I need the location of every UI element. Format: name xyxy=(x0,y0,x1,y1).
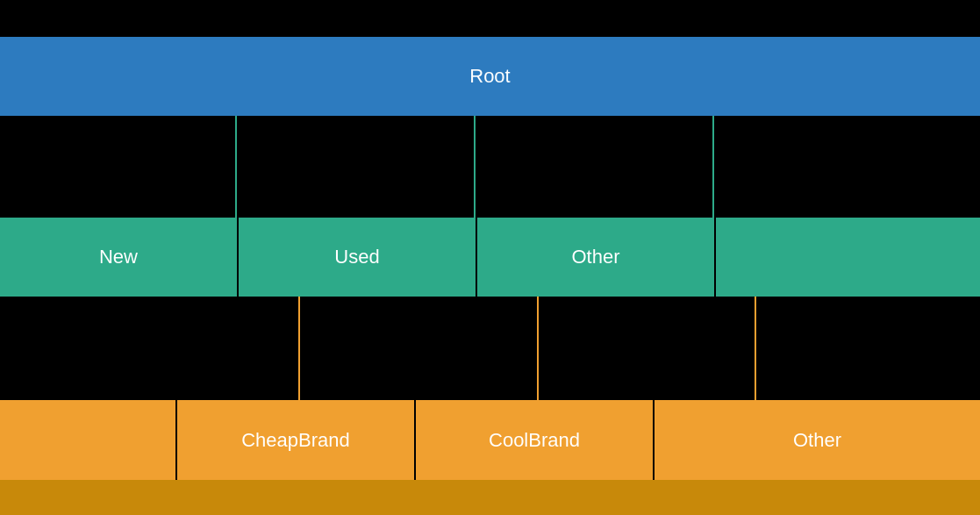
orange-empty xyxy=(0,400,175,480)
teal-other[interactable]: Other xyxy=(477,218,714,297)
orange-row: CheapBrand CoolBrand Other xyxy=(0,400,980,480)
orange-other[interactable]: Other xyxy=(655,400,980,480)
teal-other-label: Other xyxy=(571,246,619,268)
teal-new-label: New xyxy=(99,246,138,268)
orange-other-label: Other xyxy=(793,429,841,452)
connector-teal-3 xyxy=(755,297,756,400)
connector-teal-1 xyxy=(298,297,300,400)
teal-used[interactable]: Used xyxy=(239,218,476,297)
teal-remaining xyxy=(716,218,980,297)
connector-root-3 xyxy=(712,116,714,218)
root-bar: Root xyxy=(0,37,980,116)
orange-coolbrand[interactable]: CoolBrand xyxy=(416,400,653,480)
root-label: Root xyxy=(469,65,510,88)
connector-root-1 xyxy=(235,116,237,218)
teal-used-label: Used xyxy=(334,246,379,268)
connector-root-2 xyxy=(474,116,476,218)
orange-cheapbrand-label: CheapBrand xyxy=(241,429,350,452)
gold-strip xyxy=(0,480,980,515)
orange-cheapbrand[interactable]: CheapBrand xyxy=(177,400,414,480)
orange-coolbrand-label: CoolBrand xyxy=(489,429,580,452)
connector-teal-2 xyxy=(537,297,539,400)
teal-new[interactable]: New xyxy=(0,218,237,297)
teal-row: New Used Other xyxy=(0,218,980,297)
